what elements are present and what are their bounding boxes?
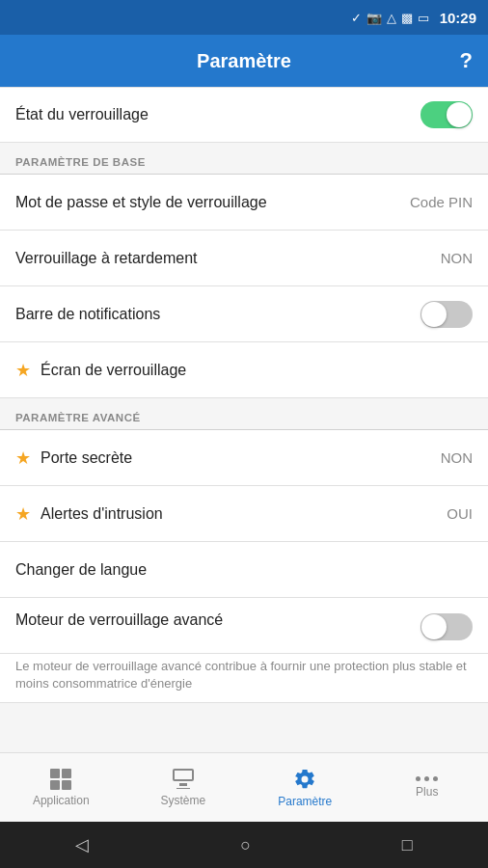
advanced-engine-description: Le moteur de verrouillage avancé contrib…: [0, 654, 488, 703]
system-bar: ◁ ○ □: [0, 822, 488, 868]
page-title: Paramètre: [46, 50, 442, 72]
settings-content: État du verrouillage PARAMÈTRE DE BASE M…: [0, 87, 488, 752]
nav-item-plus[interactable]: Plus: [366, 753, 489, 822]
lock-state-toggle[interactable]: [420, 101, 473, 128]
lock-screen-row[interactable]: ★ Écran de verrouillage: [0, 342, 488, 398]
delay-label: Verrouillage à retardement: [15, 250, 198, 267]
nav-label-application: Application: [33, 794, 90, 807]
status-bar: ✓ 📷 △ ▩ ▭ 10:29: [0, 0, 488, 35]
language-label: Changer de langue: [15, 561, 147, 579]
nav-label-plus: Plus: [416, 785, 438, 799]
section-advanced-header: PARAMÈTRE AVANCÉ: [0, 398, 488, 429]
secret-door-star-icon: ★: [15, 448, 31, 469]
toggle-knob: [447, 102, 472, 127]
status-time: 10:29: [440, 10, 476, 26]
nav-label-systeme: Système: [160, 794, 205, 807]
advanced-engine-knob: [421, 614, 447, 639]
wifi-icon: △: [387, 11, 396, 25]
language-row[interactable]: Changer de langue: [0, 542, 488, 598]
advanced-engine-toggle[interactable]: [420, 613, 473, 640]
advanced-engine-label: Moteur de verrouillage avancé: [15, 611, 223, 629]
intrusion-star-icon: ★: [15, 503, 31, 525]
secret-door-row[interactable]: ★ Porte secrète NON: [0, 430, 488, 486]
bottom-nav: Application Système Paramètre Plus: [0, 752, 488, 822]
nav-item-systeme[interactable]: Système: [122, 753, 245, 822]
secret-door-value: NON: [441, 449, 473, 466]
lock-state-label: État du verrouillage: [15, 106, 149, 123]
plus-icon: [416, 776, 438, 781]
section-basic-header: PARAMÈTRE DE BASE: [0, 143, 488, 174]
intrusion-value: OUI: [447, 505, 473, 522]
notif-bar-row[interactable]: Barre de notifications: [0, 286, 488, 342]
status-icons: ✓ 📷 △ ▩ ▭ 10:29: [351, 10, 476, 26]
delay-row[interactable]: Verrouillage à retardement NON: [0, 231, 488, 286]
application-icon: [50, 769, 71, 790]
parametre-icon: [293, 768, 316, 791]
password-value: Code PIN: [410, 194, 473, 210]
vibrate-icon: 📷: [366, 11, 382, 25]
notif-toggle-knob: [421, 302, 447, 327]
secret-door-label: ★ Porte secrète: [15, 448, 132, 469]
notif-bar-label: Barre de notifications: [15, 306, 160, 323]
nav-item-application[interactable]: Application: [0, 753, 122, 822]
battery-icon: ▭: [418, 11, 429, 25]
nav-label-parametre: Paramètre: [278, 795, 332, 808]
recents-button[interactable]: □: [402, 835, 413, 855]
notif-bar-toggle[interactable]: [420, 301, 473, 328]
intrusion-label: ★ Alertes d'intrusion: [15, 503, 163, 525]
home-button[interactable]: ○: [240, 835, 251, 855]
lock-state-row[interactable]: État du verrouillage: [0, 87, 488, 143]
intrusion-row[interactable]: ★ Alertes d'intrusion OUI: [0, 486, 488, 542]
lock-screen-label: ★ Écran de verrouillage: [15, 360, 186, 381]
nav-item-parametre[interactable]: Paramètre: [244, 753, 366, 822]
advanced-engine-row[interactable]: Moteur de verrouillage avancé: [0, 598, 488, 654]
header: Paramètre ?: [0, 35, 488, 87]
password-label: Mot de passe et style de verrouillage: [15, 194, 267, 211]
bluetooth-icon: ✓: [351, 11, 362, 25]
password-row[interactable]: Mot de passe et style de verrouillage Co…: [0, 175, 488, 231]
systeme-icon: [173, 769, 194, 790]
back-button[interactable]: ◁: [75, 834, 89, 855]
help-button[interactable]: ?: [442, 48, 473, 73]
signal-icon: ▩: [401, 11, 413, 25]
delay-value: NON: [441, 250, 473, 266]
lock-screen-star-icon: ★: [15, 360, 31, 381]
